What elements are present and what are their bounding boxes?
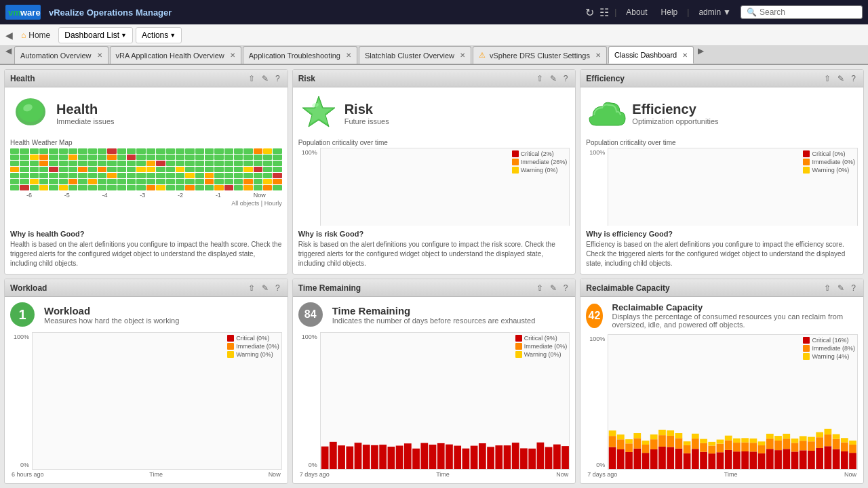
svg-rect-62: [667, 447, 675, 469]
svg-rect-75: [701, 443, 708, 452]
svg-rect-67: [675, 433, 683, 438]
map-cell: [254, 173, 262, 178]
risk-edit-btn[interactable]: ✎: [548, 73, 559, 84]
search-input[interactable]: [760, 7, 861, 17]
about-button[interactable]: About: [622, 6, 651, 18]
map-cell: [156, 148, 165, 154]
map-cell: [107, 155, 116, 160]
eff-critical-dot: [803, 150, 810, 157]
map-cell: [107, 173, 116, 178]
efficiency-chart-area: 100% 0% Critical (0%): [586, 148, 858, 226]
map-cell: [254, 161, 262, 166]
tr-help-btn[interactable]: ?: [561, 283, 570, 293]
health-badge-title: Health: [56, 102, 115, 117]
tabs-next-icon[interactable]: ▶: [695, 46, 707, 64]
time-remaining-widget: Time Remaining ⇧ ✎ ? 84 Time Remaining I…: [292, 279, 576, 484]
risk-widget-header: Risk ⇧ ✎ ?: [293, 70, 576, 87]
map-cell: [205, 167, 214, 172]
rc-legend-warning: Warning (4%): [803, 353, 855, 360]
risk-widget-body: Risk Future issues Population criticalit…: [293, 87, 576, 274]
weather-map-meta: All objects | Hourly: [10, 200, 282, 207]
tr-edit-btn[interactable]: ✎: [548, 283, 559, 293]
risk-why-text: Risk is based on the alert definitions y…: [298, 240, 570, 268]
actions-button[interactable]: Actions ▼: [136, 27, 182, 43]
svg-rect-25: [437, 443, 445, 469]
health-edit-btn[interactable]: ✎: [260, 73, 271, 84]
workload-collapse-btn[interactable]: ⇧: [246, 283, 257, 293]
svg-rect-102: [774, 441, 782, 450]
efficiency-why-section: Why is efficiency Good? Efficiency is ba…: [586, 230, 858, 268]
help-button[interactable]: Help: [657, 6, 682, 18]
refresh-icon[interactable]: ↻: [585, 6, 594, 19]
efficiency-collapse-btn[interactable]: ⇧: [822, 73, 833, 84]
efficiency-status-icon: [586, 93, 627, 134]
svg-rect-109: [791, 439, 799, 443]
admin-button[interactable]: admin ▼: [694, 6, 735, 18]
search-box[interactable]: 🔍: [741, 5, 863, 19]
svg-rect-48: [626, 443, 633, 452]
grid-icon[interactable]: ☷: [599, 6, 609, 19]
tab-close-app[interactable]: ✕: [346, 52, 351, 59]
map-cell: [166, 173, 175, 178]
map-cell: [224, 179, 233, 184]
efficiency-help-btn[interactable]: ?: [849, 73, 858, 84]
svg-rect-86: [733, 451, 741, 469]
efficiency-edit-btn[interactable]: ✎: [835, 73, 846, 84]
map-cell: [30, 185, 39, 190]
rc-edit-btn[interactable]: ✎: [835, 283, 846, 293]
tab-vsphere-drs[interactable]: ⚠ vSphere DRS Cluster Settings ✕: [473, 46, 607, 64]
map-cell: [10, 148, 19, 154]
reclaimable-widget-controls: ⇧ ✎ ?: [822, 283, 858, 293]
tab-close-automation[interactable]: ✕: [97, 52, 102, 59]
rc-immediate-dot: [803, 345, 810, 352]
home-nav-item[interactable]: ⌂ Home: [16, 28, 56, 43]
tr-collapse-btn[interactable]: ⇧: [534, 283, 545, 293]
tab-app-troubleshooting[interactable]: Application Troubleshooting ✕: [243, 46, 357, 64]
risk-help-btn[interactable]: ?: [561, 73, 570, 84]
tab-classic-dashboard[interactable]: Classic Dashboard ✕: [608, 46, 694, 64]
map-cell: [263, 155, 272, 160]
svg-rect-113: [808, 451, 815, 469]
efficiency-widget: Efficiency ⇧ ✎ ? Efficiency Optimization…: [580, 69, 864, 274]
svg-rect-116: [816, 448, 824, 469]
map-cell: [214, 185, 223, 190]
map-cell: [146, 155, 155, 160]
svg-rect-118: [816, 432, 824, 438]
risk-collapse-btn[interactable]: ⇧: [534, 73, 545, 84]
tab-vra-health[interactable]: vRA Application Health Overview ✕: [110, 46, 241, 64]
top-bar: vm ware vRealize Operations Manager ↻ ☷ …: [0, 0, 868, 24]
map-cell: [185, 148, 194, 154]
rc-help-btn[interactable]: ?: [849, 283, 858, 293]
map-cell: [127, 161, 136, 166]
svg-rect-101: [774, 450, 782, 469]
wl-legend-immediate: Immediate (0%): [227, 343, 279, 350]
tabs-prev-icon[interactable]: ◀: [3, 46, 14, 64]
workload-edit-btn[interactable]: ✎: [260, 283, 271, 293]
map-cell: [273, 167, 281, 172]
rc-collapse-btn[interactable]: ⇧: [822, 283, 833, 293]
workload-badge-title: Workload: [44, 305, 179, 317]
workload-help-btn[interactable]: ?: [273, 283, 282, 293]
nav-left-arrow[interactable]: ◀: [5, 30, 13, 41]
tab-automation-overview[interactable]: Automation Overview ✕: [14, 46, 108, 64]
svg-rect-24: [429, 445, 436, 469]
svg-rect-96: [758, 445, 766, 453]
tab-close-vsphere[interactable]: ✕: [595, 52, 601, 59]
weather-map-grid: [10, 148, 282, 190]
health-collapse-btn[interactable]: ⇧: [246, 73, 257, 84]
svg-rect-66: [675, 438, 683, 448]
svg-rect-127: [841, 438, 848, 442]
tab-close-classic[interactable]: ✕: [682, 52, 688, 59]
map-cell: [146, 179, 155, 184]
svg-rect-105: [783, 439, 791, 449]
svg-rect-15: [354, 443, 361, 469]
efficiency-badge-info: Efficiency Optimization opportunities: [632, 102, 718, 125]
map-cell: [185, 179, 194, 184]
svg-rect-29: [470, 446, 477, 469]
tabs-bar: ◀ Automation Overview ✕ vRA Application …: [0, 46, 868, 65]
dashboard-list-button[interactable]: Dashboard List ▼: [58, 27, 133, 43]
tab-close-vra[interactable]: ✕: [230, 52, 235, 59]
health-help-btn[interactable]: ?: [273, 73, 282, 84]
tab-slatchlab[interactable]: Slatchlab Cluster Overview ✕: [359, 46, 471, 64]
tab-close-slatch[interactable]: ✕: [460, 52, 465, 59]
